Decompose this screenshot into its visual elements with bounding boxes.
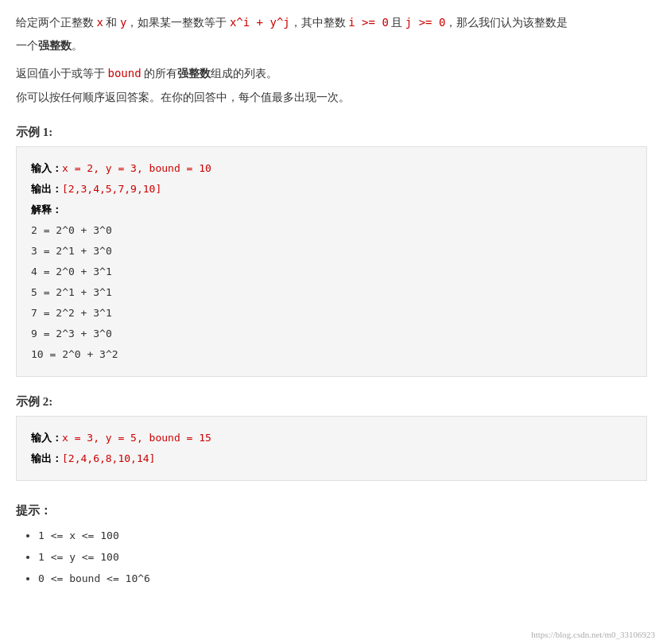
intro-formula: x^i + y^j: [230, 16, 290, 29]
intro-end1: ，那么我们认为该整数是: [445, 17, 568, 29]
strong-word2: 强整数: [177, 68, 211, 80]
line3-pre: 返回值小于或等于: [16, 68, 108, 80]
intro-strong-word1: 强整数: [38, 40, 72, 52]
intro-mid1: 和: [103, 17, 120, 29]
explain-line: 9 = 2^3 + 3^0: [31, 324, 632, 344]
example-1-section: 示例 1: 输入：x = 2, y = 3, bound = 10 输出：[2,…: [16, 125, 647, 377]
explain-line: 2 = 2^0 + 3^0: [31, 220, 632, 241]
example-2-title: 示例 2:: [16, 394, 647, 409]
example-1-explain-lines: 2 = 2^0 + 3^03 = 2^1 + 3^04 = 2^0 + 3^15…: [31, 220, 632, 365]
intro-cond1: i >= 0: [348, 16, 389, 29]
explain-line: 3 = 2^1 + 3^0: [31, 241, 632, 262]
example-1-input-val: x = 2, y = 3, bound = 10: [62, 162, 211, 174]
explain-line: 4 = 2^0 + 3^1: [31, 262, 632, 282]
explain-line: 5 = 2^1 + 3^1: [31, 282, 632, 303]
example-2-box: 输入：x = 3, y = 5, bound = 15 输出：[2,4,6,8,…: [16, 416, 647, 481]
example-2-input: 输入：x = 3, y = 5, bound = 15: [31, 428, 632, 448]
intro-line3: 返回值小于或等于 bound 的所有强整数组成的列表。: [16, 64, 647, 83]
hint-item: 1 <= x <= 100: [38, 525, 647, 546]
example-2-output: 输出：[2,4,6,8,10,14]: [31, 448, 632, 469]
example-1-title: 示例 1:: [16, 125, 647, 140]
watermark: https://blog.csdn.net/m0_33106923: [531, 630, 655, 639]
explain-line: 7 = 2^2 + 3^1: [31, 303, 632, 324]
intro-x: x: [97, 16, 103, 29]
example-1-output: 输出：[2,3,4,5,7,9,10]: [31, 179, 632, 200]
bound-inline: bound: [108, 67, 142, 80]
intro-line2: 一个强整数。: [16, 36, 647, 56]
example-1-output-val: [2,3,4,5,7,9,10]: [62, 183, 161, 195]
example-2-section: 示例 2: 输入：x = 3, y = 5, bound = 15 输出：[2,…: [16, 394, 647, 481]
intro-line4: 你可以按任何顺序返回答案。在你的回答中，每个值最多出现一次。: [16, 87, 647, 107]
intro-line2-pre: 一个: [16, 40, 38, 52]
line3-mid: 的所有: [142, 68, 178, 80]
example-2-output-val: [2,4,6,8,10,14]: [62, 452, 155, 464]
example-2-input-val: x = 3, y = 5, bound = 15: [62, 432, 211, 444]
intro-line1: 给定两个正整数 x 和 y，如果某一整数等于 x^i + y^j，其中整数 i …: [16, 13, 647, 33]
intro-mid3: ，其中整数: [290, 17, 349, 29]
explain-line: 10 = 2^0 + 3^2: [31, 344, 632, 365]
intro-and: 且: [389, 17, 405, 29]
intro-pre1: 给定两个正整数: [16, 17, 97, 29]
intro-mid2: ，如果某一整数等于: [126, 17, 230, 29]
hint-item: 0 <= bound <= 10^6: [38, 568, 647, 589]
hints-title: 提示：: [16, 503, 647, 518]
intro-line2-end: 。: [72, 40, 83, 52]
example-1-input: 输入：x = 2, y = 3, bound = 10: [31, 158, 632, 179]
hint-item: 1 <= y <= 100: [38, 546, 647, 568]
example-1-box: 输入：x = 2, y = 3, bound = 10 输出：[2,3,4,5,…: [16, 146, 647, 377]
intro-cond2: j >= 0: [405, 16, 446, 29]
hints-section: 提示： 1 <= x <= 1001 <= y <= 1000 <= bound…: [16, 503, 647, 590]
example-1-explain-label: 解释：: [31, 200, 632, 220]
hints-list: 1 <= x <= 1001 <= y <= 1000 <= bound <= …: [16, 525, 647, 590]
line3-end: 组成的列表。: [211, 68, 277, 80]
